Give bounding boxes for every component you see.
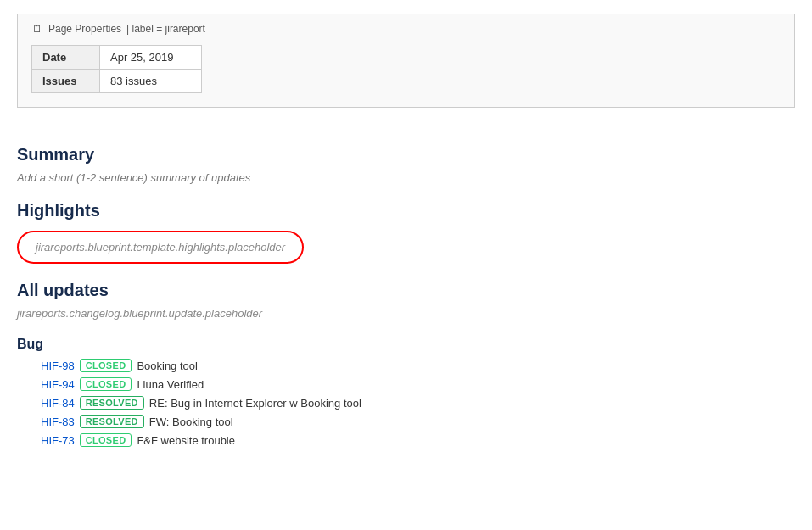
- issue-link[interactable]: HIF-98: [41, 360, 75, 372]
- page-properties-header: 🗒 Page Properties | label = jirareport: [31, 23, 781, 35]
- page-properties-icon: 🗒: [31, 23, 43, 35]
- all-updates-section: All updates jirareports.changelog.bluepr…: [17, 281, 795, 320]
- status-badge: RESOLVED: [80, 396, 144, 410]
- property-value: Apr 25, 2019: [100, 46, 202, 70]
- highlights-heading: Highlights: [17, 201, 795, 220]
- summary-placeholder: Add a short (1-2 sentence) summary of up…: [17, 171, 795, 184]
- all-updates-heading: All updates: [17, 281, 795, 300]
- issue-title: Booking tool: [137, 360, 198, 372]
- issue-title: FW: Booking tool: [149, 416, 233, 428]
- bug-section: Bug HIF-98 CLOSED Booking tool HIF-94 CL…: [17, 337, 795, 447]
- page-properties-title: Page Properties: [48, 23, 121, 35]
- bug-list-item: HIF-83 RESOLVED FW: Booking tool: [41, 415, 795, 428]
- highlights-placeholder: jirareports.blueprint.template.highlight…: [17, 231, 304, 264]
- bug-list-item: HIF-94 CLOSED Liuna Verified: [41, 377, 795, 391]
- page-properties-macro: 🗒 Page Properties | label = jirareport D…: [17, 14, 795, 108]
- status-badge: RESOLVED: [80, 415, 144, 428]
- page-container: 🗒 Page Properties | label = jirareport D…: [0, 0, 812, 530]
- status-badge: CLOSED: [80, 359, 132, 372]
- properties-row: Issues 83 issues: [32, 70, 202, 93]
- issue-title: F&F website trouble: [137, 434, 235, 447]
- bug-heading: Bug: [17, 337, 795, 352]
- property-value: 83 issues: [100, 70, 202, 93]
- changelog-placeholder: jirareports.changelog.blueprint.update.p…: [17, 307, 795, 320]
- properties-table: Date Apr 25, 2019 Issues 83 issues: [31, 45, 202, 93]
- issue-link[interactable]: HIF-84: [41, 397, 75, 410]
- page-properties-label: | label = jirareport: [126, 23, 205, 35]
- content-area: Summary Add a short (1-2 sentence) summa…: [0, 121, 812, 469]
- summary-heading: Summary: [17, 145, 795, 165]
- bug-list-item: HIF-73 CLOSED F&F website trouble: [41, 433, 795, 447]
- issue-title: Liuna Verified: [137, 378, 204, 391]
- property-key: Date: [32, 46, 100, 70]
- issue-link[interactable]: HIF-94: [41, 378, 75, 391]
- issue-link[interactable]: HIF-83: [41, 416, 75, 428]
- bug-list-item: HIF-98 CLOSED Booking tool: [41, 359, 795, 372]
- highlights-section: Highlights jirareports.blueprint.templat…: [17, 201, 795, 264]
- issue-link[interactable]: HIF-73: [41, 434, 75, 447]
- status-badge: CLOSED: [80, 433, 132, 447]
- status-badge: CLOSED: [80, 377, 132, 391]
- issue-title: RE: Bug in Internet Explorer w Booking t…: [149, 397, 361, 410]
- property-key: Issues: [32, 70, 100, 93]
- bug-list: HIF-98 CLOSED Booking tool HIF-94 CLOSED…: [17, 359, 795, 447]
- bug-list-item: HIF-84 RESOLVED RE: Bug in Internet Expl…: [41, 396, 795, 410]
- properties-row: Date Apr 25, 2019: [32, 46, 202, 70]
